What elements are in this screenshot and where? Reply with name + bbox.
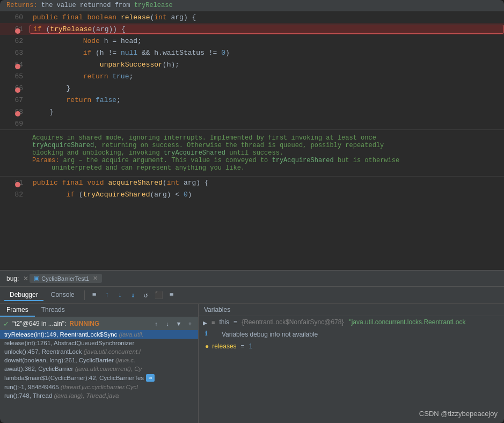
thread-arrows: ↑ ↓ ▼ +: [151, 319, 195, 329]
tooltip-method: tryRelease: [134, 2, 173, 9]
line-num-63: 63: [0, 49, 30, 57]
code-line-61: 61 if (tryRelease(arg)) {: [0, 23, 504, 35]
watermark: CSDN @tizzybepeacejoy: [419, 410, 498, 418]
toolbar-step-over-icon[interactable]: ⇓: [128, 290, 138, 301]
line-num-60: 60: [0, 13, 30, 21]
code-line-68: 68 }: [0, 106, 504, 118]
tab-frames[interactable]: Frames: [0, 304, 35, 317]
frame-item-0[interactable]: tryRelease(int):149, ReentrantLock$Sync …: [0, 330, 198, 339]
debug-panel: bug: ✕ ▣ CyclicBarrierTest1 ✕ Debugger C…: [0, 270, 504, 423]
code-line-64: 64 unparkSuccessor(h);: [0, 59, 504, 70]
doc-link-tryAcquireShared-3[interactable]: tryAcquireShared: [272, 157, 334, 164]
var-eq-icon-this: ≡: [211, 319, 215, 325]
doc-line3: blocking and unblocking, invoking tryAcq…: [32, 149, 472, 157]
tab-console[interactable]: Console: [46, 289, 80, 301]
frame-item-7[interactable]: run():748, Thread (java.lang), Thread.ja…: [0, 391, 198, 400]
debug-tabs-bar: bug: ✕ ▣ CyclicBarrierTest1 ✕: [0, 271, 504, 287]
tooltip-bar: Returns: the value returned from tryRele…: [0, 0, 504, 11]
frame-method-2: unlock():457, ReentrantLock (java.util.c…: [4, 348, 141, 355]
file-tab-close[interactable]: ✕: [93, 275, 98, 282]
code-line-67: 67 return false;: [0, 94, 504, 106]
debug-info-text: Variables debug info not available: [211, 330, 328, 339]
frame-method-1: release(int):1261, AbstractQueuedSynchro…: [4, 340, 134, 346]
toolbar-down-icon[interactable]: ↓: [115, 290, 126, 301]
line-content-63: if (h != null && h.waitStatus != 0): [30, 49, 504, 57]
line-content-68: }: [30, 108, 504, 116]
thread-name: "t2"@649 in ...ain":: [12, 320, 66, 327]
thread-filter-btn[interactable]: ▼: [174, 319, 184, 329]
line-num-82: 82: [0, 191, 30, 199]
thread-up-btn[interactable]: ↑: [151, 319, 161, 329]
file-tab[interactable]: ▣ CyclicBarrierTest1 ✕: [30, 274, 102, 283]
warn-icon: ●: [205, 342, 209, 350]
code-editor: Returns: the value returned from tryRele…: [0, 0, 504, 270]
frames-panel: Frames Threads ✓ "t2"@649 in ...ain": RU…: [0, 304, 199, 423]
var-eq-releases: =: [241, 342, 245, 350]
variables-header: Variables: [199, 304, 504, 316]
frame-item-2[interactable]: unlock():457, ReentrantLock (java.util.c…: [0, 347, 198, 356]
var-item-info: ℹ Variables debug info not available: [199, 328, 504, 341]
code-line-62: 62 Node h = head;: [0, 35, 504, 47]
variables-panel: Variables ▶ ≡ this = {ReentrantLock$Nonf…: [199, 304, 504, 423]
frame-method-4: await():362, CyclicBarrier (java.util.co…: [4, 366, 142, 372]
line-num-69: 69: [0, 120, 30, 128]
file-icon: ▣: [34, 275, 39, 282]
toolbar-layout-icon[interactable]: ≡: [89, 290, 100, 301]
thread-status: RUNNING: [69, 320, 99, 327]
line-num-67: 67: [0, 96, 30, 104]
returns-text: the value returned from: [41, 2, 134, 9]
line-num-68: 68: [0, 108, 30, 116]
thread-plus-btn[interactable]: +: [185, 319, 195, 329]
line-content-82: if (tryAcquireShared(arg) < 0): [30, 191, 504, 199]
toolbar-up-icon[interactable]: ↑: [102, 290, 113, 301]
doc-link-tryAcquireShared-2[interactable]: tryAcquireShared: [164, 149, 225, 157]
thread-row: ✓ "t2"@649 in ...ain": RUNNING ↑ ↓ ▼ +: [0, 317, 198, 330]
frame-method-7: run():748, Thread (java.lang), Thread.ja…: [4, 392, 119, 399]
tab-threads[interactable]: Threads: [35, 304, 71, 317]
code-line-65: 65 return true;: [0, 70, 504, 82]
var-item-this: ▶ ≡ this = {ReentrantLock$NonfairSync@67…: [199, 316, 504, 328]
var-name-this: this: [219, 318, 229, 326]
toolbar-stop-icon[interactable]: ⬛: [154, 290, 164, 301]
line-num-62: 62: [0, 37, 30, 45]
var-item-releases: ● releases = 1: [199, 341, 504, 352]
doc-line2: tryAcquireShared, returning on success. …: [32, 142, 472, 149]
breakpoint-61: [15, 28, 20, 34]
line-content-81: public final void acquireShared(int arg)…: [30, 179, 504, 187]
line-content-61: if (tryRelease(arg)) {: [30, 25, 504, 34]
debug-label: bug:: [3, 275, 22, 282]
var-name-releases: releases: [212, 342, 236, 350]
frame-method-6: run():-1, 984849465 (thread.juc.cyclicba…: [4, 384, 138, 390]
code-line-82: 82 if (tryAcquireShared(arg) < 0): [0, 188, 504, 200]
frame-method-5: lambda$main$1(CyclicBarrier):42, CyclicB…: [4, 375, 144, 381]
line-content-65: return true;: [30, 72, 504, 81]
frame-item-4[interactable]: await():362, CyclicBarrier (java.util.co…: [0, 364, 198, 373]
toolbar-menu-icon[interactable]: ≡: [166, 290, 177, 301]
var-value-releases: 1: [249, 342, 253, 350]
times-icon[interactable]: ✕: [23, 275, 28, 282]
frames-sub-tabs: Frames Threads: [0, 304, 198, 317]
line-num-66: 66: [0, 84, 30, 92]
line-content-62: Node h = head;: [30, 37, 504, 45]
frame-method-0: tryRelease(int):149, ReentrantLock$Sync …: [4, 331, 144, 338]
line-content-64: unparkSuccessor(h);: [30, 61, 504, 69]
code-line-66: 66 }: [0, 82, 504, 94]
line-num-81: 81: [0, 179, 30, 187]
frame-item-5[interactable]: lambda$main$1(CyclicBarrier):42, CyclicB…: [0, 373, 198, 383]
code-line-60: 60 public final boolean release(int arg)…: [0, 11, 504, 23]
doc-link-tryAcquireShared-1[interactable]: tryAcquireShared: [32, 142, 94, 149]
tab-debugger[interactable]: Debugger: [4, 289, 43, 301]
code-line-81: 81 public final void acquireShared(int a…: [0, 177, 504, 188]
toolbar-refresh-icon[interactable]: ↺: [141, 290, 151, 301]
doc-params: Params: arg – the acquire argument. This…: [32, 157, 472, 164]
line-content-67: return false;: [30, 96, 504, 104]
thread-down-btn[interactable]: ↓: [163, 319, 172, 329]
frame-item-6[interactable]: run():-1, 984849465 (thread.juc.cyclicba…: [0, 383, 198, 391]
doc-params-2: uninterpreted and can represent anything…: [32, 164, 472, 172]
frame-item-3[interactable]: dowait(boolean, long):261, CyclicBarrier…: [0, 356, 198, 364]
frame-item-1[interactable]: release(int):1261, AbstractQueuedSynchro…: [0, 339, 198, 347]
line-num-65: 65: [0, 72, 30, 81]
var-value-this: "java.util.concurrent.locks.ReentrantLoc…: [349, 318, 465, 326]
toolbar-sep-1: [84, 290, 85, 300]
var-expand-this[interactable]: ▶: [203, 320, 207, 326]
